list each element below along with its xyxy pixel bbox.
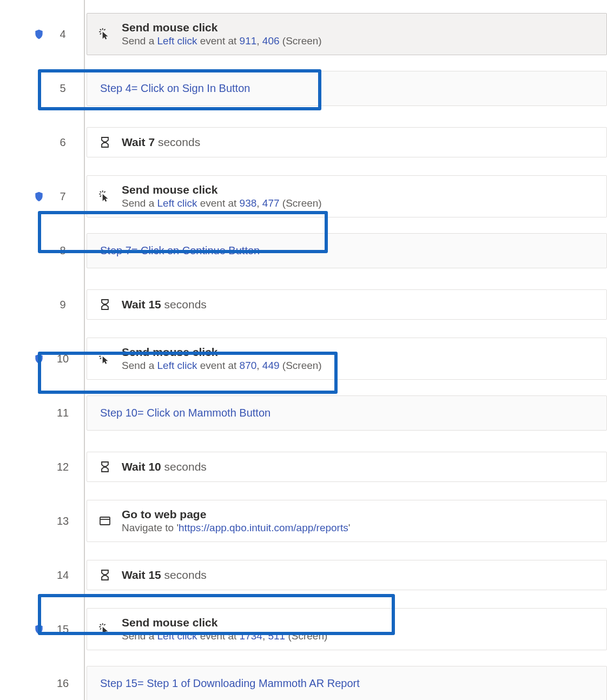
- svg-line-4: [100, 33, 101, 34]
- step-gutter: 7: [0, 190, 87, 203]
- wait-icon: [98, 298, 112, 312]
- shield-icon: [34, 352, 44, 365]
- step-gutter: 15: [0, 623, 87, 636]
- action-text: Wait 10 seconds: [122, 460, 207, 473]
- flow-container: 4Send mouse clickSend a Left click event…: [0, 0, 607, 700]
- action-text: Send mouse clickSend a Left click event …: [122, 183, 322, 209]
- step-gutter: 16: [0, 677, 87, 690]
- step-number: 16: [55, 677, 70, 690]
- svg-line-8: [104, 191, 105, 193]
- step-number: 12: [55, 461, 70, 473]
- step-gutter: 6: [0, 136, 87, 149]
- step-number: 8: [55, 245, 70, 257]
- step-number: 13: [55, 515, 70, 527]
- action-step-card[interactable]: Send mouse clickSend a Left click event …: [87, 338, 607, 380]
- flow-step-row[interactable]: 9Wait 15 seconds: [0, 281, 607, 328]
- svg-line-19: [100, 624, 101, 625]
- svg-line-12: [100, 354, 101, 355]
- shield-icon: [34, 28, 44, 41]
- action-title: Send mouse click: [122, 616, 327, 629]
- action-step-card[interactable]: Go to web pageNavigate to 'https://app.q…: [87, 500, 607, 542]
- step-number: 14: [55, 569, 70, 582]
- action-step-card[interactable]: Wait 10 seconds: [87, 452, 607, 482]
- step-gutter: 12: [0, 461, 87, 473]
- step-number: 5: [55, 82, 70, 95]
- wait-icon: [98, 568, 112, 582]
- step-gutter: 10: [0, 352, 87, 365]
- browser-icon: [98, 514, 112, 528]
- step-gutter: 11: [0, 407, 87, 419]
- action-description: Send a Left click event at 1734, 511 (Sc…: [122, 630, 327, 642]
- step-number: 9: [55, 299, 70, 311]
- action-step-card[interactable]: Wait 7 seconds: [87, 127, 607, 157]
- flow-step-row[interactable]: 14Wait 15 seconds: [0, 552, 607, 598]
- action-text: Send mouse clickSend a Left click event …: [122, 616, 327, 642]
- comment-text: Step 4= Click on Sign In Button: [100, 82, 250, 95]
- step-number: 6: [55, 136, 70, 149]
- comment-step-card[interactable]: Step 7= Click on Continue Button: [87, 233, 607, 268]
- flow-step-row[interactable]: 7Send mouse clickSend a Left click event…: [0, 173, 607, 220]
- click-icon: [98, 189, 112, 203]
- action-description: Send a Left click event at 870, 449 (Scr…: [122, 360, 322, 372]
- comment-text: Step 7= Click on Continue Button: [100, 245, 260, 257]
- svg-line-7: [100, 191, 101, 193]
- step-number: 15: [55, 623, 70, 636]
- comment-text: Step 10= Click on Mammoth Button: [100, 407, 270, 419]
- step-gutter: 4: [0, 28, 87, 41]
- action-title: Wait 7 seconds: [122, 136, 200, 149]
- wait-icon: [98, 135, 112, 149]
- step-number: 11: [55, 407, 70, 419]
- svg-line-3: [104, 29, 105, 30]
- step-gutter: 5: [0, 82, 87, 95]
- action-step-card[interactable]: Wait 15 seconds: [87, 289, 607, 320]
- comment-step-card[interactable]: Step 15= Step 1 of Downloading Mammoth A…: [87, 666, 607, 701]
- flow-step-row[interactable]: 8Step 7= Click on Continue Button: [0, 227, 607, 274]
- click-icon: [98, 622, 112, 636]
- shield-icon: [34, 190, 44, 203]
- flow-step-row[interactable]: 15Send mouse clickSend a Left click even…: [0, 606, 607, 652]
- action-text: Go to web pageNavigate to 'https://app.q…: [122, 508, 350, 534]
- svg-rect-15: [100, 517, 110, 525]
- flow-step-row[interactable]: 11Step 10= Click on Mammoth Button: [0, 389, 607, 436]
- action-text: Send mouse clickSend a Left click event …: [122, 346, 322, 372]
- action-step-card[interactable]: Send mouse clickSend a Left click event …: [87, 13, 607, 55]
- action-text: Wait 7 seconds: [122, 136, 200, 149]
- step-number: 7: [55, 190, 70, 203]
- wait-icon: [98, 460, 112, 474]
- svg-line-9: [100, 195, 101, 196]
- step-number: 4: [55, 28, 70, 41]
- action-description: Send a Left click event at 938, 477 (Scr…: [122, 197, 322, 209]
- flow-step-row[interactable]: 12Wait 10 seconds: [0, 444, 607, 490]
- action-title: Wait 15 seconds: [122, 569, 207, 582]
- flow-step-row[interactable]: 10Send mouse clickSend a Left click even…: [0, 335, 607, 382]
- svg-line-21: [100, 628, 101, 629]
- step-gutter: 13: [0, 515, 87, 527]
- flow-step-row[interactable]: 6Wait 7 seconds: [0, 119, 607, 166]
- action-title: Wait 15 seconds: [122, 298, 207, 311]
- flow-step-row[interactable]: 13Go to web pageNavigate to 'https://app…: [0, 498, 607, 544]
- flow-step-row[interactable]: 5Step 4= Click on Sign In Button: [0, 65, 607, 111]
- action-step-card[interactable]: Wait 15 seconds: [87, 560, 607, 590]
- comment-text: Step 15= Step 1 of Downloading Mammoth A…: [100, 677, 360, 690]
- comment-step-card[interactable]: Step 4= Click on Sign In Button: [87, 71, 607, 106]
- action-description: Send a Left click event at 911, 406 (Scr…: [122, 35, 322, 47]
- step-gutter: 14: [0, 569, 87, 582]
- svg-line-13: [104, 354, 105, 355]
- action-title: Wait 10 seconds: [122, 460, 207, 473]
- flow-step-row[interactable]: 16Step 15= Step 1 of Downloading Mammoth…: [0, 660, 607, 700]
- action-step-card[interactable]: Send mouse clickSend a Left click event …: [87, 175, 607, 217]
- action-description: Navigate to 'https://app.qbo.intuit.com/…: [122, 522, 350, 534]
- flow-step-row[interactable]: 4Send mouse clickSend a Left click event…: [0, 11, 607, 57]
- action-text: Send mouse clickSend a Left click event …: [122, 21, 322, 47]
- shield-icon: [34, 623, 44, 636]
- click-icon: [98, 352, 112, 366]
- step-gutter: 8: [0, 245, 87, 257]
- step-gutter: 9: [0, 299, 87, 311]
- action-title: Send mouse click: [122, 346, 322, 359]
- action-step-card[interactable]: Send mouse clickSend a Left click event …: [87, 608, 607, 650]
- comment-step-card[interactable]: Step 10= Click on Mammoth Button: [87, 395, 607, 431]
- svg-line-14: [100, 358, 101, 359]
- action-title: Send mouse click: [122, 183, 322, 196]
- svg-line-20: [104, 624, 105, 625]
- step-number: 10: [55, 353, 70, 365]
